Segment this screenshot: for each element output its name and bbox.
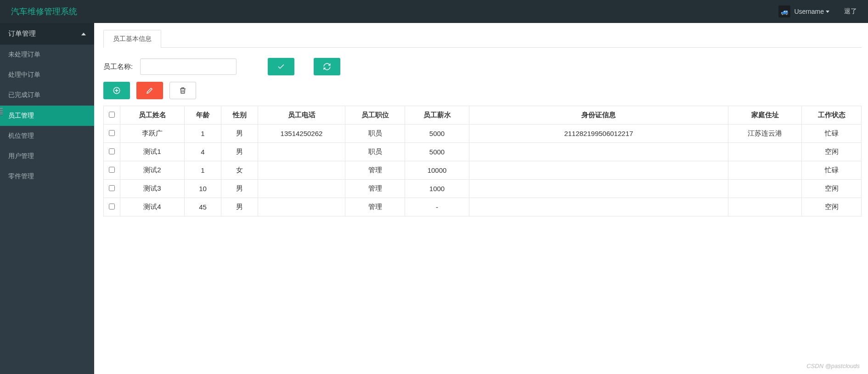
- delete-button[interactable]: [169, 82, 196, 99]
- cell-address: [728, 161, 802, 180]
- select-all-checkbox[interactable]: [109, 112, 115, 118]
- sidebar-item-parts[interactable]: 零件管理: [0, 166, 94, 187]
- col-position: 员工职位: [345, 106, 405, 125]
- row-checkbox-cell: [104, 161, 120, 180]
- cell-gender: 男: [221, 198, 258, 216]
- cell-phone: [258, 143, 345, 161]
- cell-phone: [258, 198, 345, 216]
- cell-idcard: [469, 143, 728, 161]
- sidebar-group-label: 订单管理: [8, 29, 36, 38]
- cell-gender: 女: [221, 161, 258, 180]
- col-address: 家庭住址: [728, 106, 802, 125]
- action-button-row: [103, 82, 862, 99]
- cell-position: 职员: [345, 125, 405, 143]
- row-checkbox-cell: [104, 143, 120, 161]
- row-checkbox[interactable]: [109, 130, 115, 136]
- chevron-up-icon: [81, 33, 86, 35]
- col-phone: 员工电话: [258, 106, 345, 125]
- cell-gender: 男: [221, 125, 258, 143]
- sidebar-item-label: 用户管理: [8, 152, 34, 160]
- drag-stripe-icon: [0, 108, 3, 115]
- plus-circle-icon: [113, 86, 121, 95]
- cell-age: 1: [185, 161, 221, 180]
- cell-position: 管理: [345, 198, 405, 216]
- table-row[interactable]: 测试14男职员5000空闲: [104, 143, 862, 161]
- cell-idcard: 211282199506012217: [469, 125, 728, 143]
- sidebar-item-label: 员工管理: [8, 112, 34, 120]
- col-name: 员工姓名: [120, 106, 185, 125]
- caret-down-icon: [826, 11, 829, 13]
- logout-link[interactable]: 退了: [844, 7, 857, 16]
- row-checkbox[interactable]: [109, 185, 115, 191]
- sidebar-item-done[interactable]: 已完成订单: [0, 85, 94, 106]
- content: 员工基本信息 员工名称:: [94, 23, 868, 374]
- staff-name-input[interactable]: [140, 58, 237, 75]
- filter-label: 员工名称:: [103, 62, 133, 71]
- cell-status: 忙碌: [802, 161, 862, 180]
- header-checkbox-cell: [104, 106, 120, 125]
- sidebar-item-label: 处理中订单: [8, 71, 40, 79]
- col-age: 年龄: [185, 106, 221, 125]
- filter-row: 员工名称:: [103, 58, 862, 75]
- row-checkbox[interactable]: [109, 167, 115, 173]
- cell-status: 忙碌: [802, 125, 862, 143]
- cell-idcard: [469, 198, 728, 216]
- tab-staff-info[interactable]: 员工基本信息: [103, 30, 161, 48]
- table-body: 李跃广1男13514250262职员5000211282199506012217…: [104, 125, 862, 216]
- row-checkbox-cell: [104, 180, 120, 198]
- edit-button[interactable]: [136, 82, 163, 99]
- cell-status: 空闲: [802, 143, 862, 161]
- table-row[interactable]: 测试21女管理10000忙碌: [104, 161, 862, 180]
- row-checkbox[interactable]: [109, 204, 115, 210]
- cell-salary: -: [405, 198, 469, 216]
- cell-address: [728, 198, 802, 216]
- cell-address: [728, 180, 802, 198]
- cell-phone: 13514250262: [258, 125, 345, 143]
- cell-name: 李跃广: [120, 125, 185, 143]
- cell-address: 江苏连云港: [728, 125, 802, 143]
- cell-age: 4: [185, 143, 221, 161]
- row-checkbox-cell: [104, 125, 120, 143]
- row-checkbox-cell: [104, 198, 120, 216]
- col-idcard: 身份证信息: [469, 106, 728, 125]
- sidebar-item-pending[interactable]: 未处理订单: [0, 45, 94, 65]
- table-row[interactable]: 测试310男管理1000空闲: [104, 180, 862, 198]
- tab-bar: 员工基本信息: [103, 29, 862, 48]
- cell-position: 管理: [345, 180, 405, 198]
- topbar: 汽车维修管理系统 🚙 Username 退了: [0, 0, 868, 23]
- col-gender: 性别: [221, 106, 258, 125]
- sidebar-item-label: 零件管理: [8, 172, 34, 181]
- col-salary: 员工薪水: [405, 106, 469, 125]
- username-dropdown[interactable]: Username: [794, 8, 829, 15]
- avatar[interactable]: 🚙: [778, 6, 790, 17]
- sidebar-item-label: 已完成订单: [8, 91, 40, 99]
- cell-name: 测试2: [120, 161, 185, 180]
- sidebar-item-processing[interactable]: 处理中订单: [0, 65, 94, 85]
- sidebar-item-staff[interactable]: 员工管理: [0, 106, 94, 126]
- refresh-button[interactable]: [314, 58, 340, 75]
- cell-salary: 5000: [405, 125, 469, 143]
- cell-salary: 1000: [405, 180, 469, 198]
- row-checkbox[interactable]: [109, 148, 115, 154]
- cell-position: 职员: [345, 143, 405, 161]
- username-label: Username: [794, 8, 824, 15]
- cell-name: 测试4: [120, 198, 185, 216]
- cell-name: 测试1: [120, 143, 185, 161]
- table-row[interactable]: 测试445男管理-空闲: [104, 198, 862, 216]
- table-row[interactable]: 李跃广1男13514250262职员5000211282199506012217…: [104, 125, 862, 143]
- sidebar-item-user[interactable]: 用户管理: [0, 146, 94, 166]
- cell-age: 1: [185, 125, 221, 143]
- table-head: 员工姓名 年龄 性别 员工电话 员工职位 员工薪水 身份证信息 家庭住址 工作状…: [104, 106, 862, 125]
- cell-salary: 10000: [405, 161, 469, 180]
- staff-table: 员工姓名 年龄 性别 员工电话 员工职位 员工薪水 身份证信息 家庭住址 工作状…: [103, 106, 862, 216]
- confirm-button[interactable]: [268, 58, 294, 75]
- sidebar-item-label: 未处理订单: [8, 51, 40, 59]
- sidebar-item-station[interactable]: 机位管理: [0, 126, 94, 146]
- cell-idcard: [469, 180, 728, 198]
- cell-phone: [258, 161, 345, 180]
- sidebar-group-orders[interactable]: 订单管理: [0, 23, 94, 45]
- cell-salary: 5000: [405, 143, 469, 161]
- watermark: CSDN @pastclouds: [806, 363, 860, 369]
- trash-icon: [179, 86, 187, 95]
- add-button[interactable]: [103, 82, 130, 99]
